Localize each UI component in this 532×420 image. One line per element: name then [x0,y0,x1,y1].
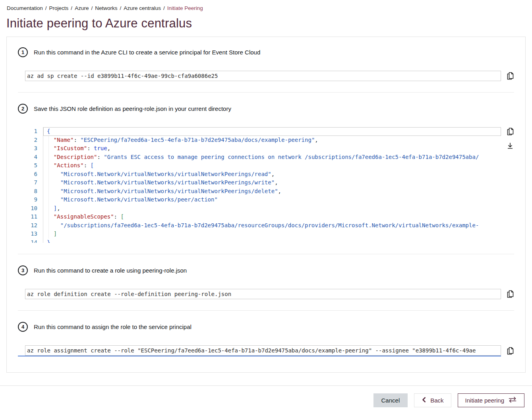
line-number: 1 [25,127,37,136]
copy-button[interactable] [506,346,514,355]
step-1-command-input[interactable] [25,71,501,81]
editor-actions [506,127,514,150]
code-line: } [43,238,501,243]
code-line: "Microsoft.Network/virtualNetworks/virtu… [43,178,501,187]
step-3-number-badge: 3 [18,265,28,275]
code-line: ], [43,204,501,213]
breadcrumb-separator: / [45,5,47,11]
step-1-instruction: Run this command in the Azure CLI to cre… [34,49,260,56]
back-button[interactable]: Back [414,393,451,407]
copy-icon [506,131,514,137]
line-number: 8 [25,187,37,196]
breadcrumb-link[interactable]: Networks [95,5,117,11]
line-number: 4 [25,153,37,162]
step-3-command-input[interactable] [25,289,501,299]
breadcrumb-current: Initiate Peering [167,5,203,11]
step-2-number-badge: 2 [18,104,28,114]
transfer-arrows-icon [508,397,517,404]
code-line: "Name": "ESCPeering/fa7eed6a-1ec5-4efa-b… [43,136,501,145]
code-line: "Microsoft.Network/virtualNetworks/peer/… [43,195,501,204]
focused-input-underline [18,345,501,356]
code-line: { [43,127,501,136]
breadcrumb-separator: / [91,5,93,11]
code-line: "/subscriptions/fa7eed6a-1ec5-4efa-b71a-… [43,221,501,230]
copy-button[interactable] [506,72,514,80]
download-button[interactable] [506,142,514,150]
breadcrumb-link[interactable]: Projects [49,5,69,11]
code-line: "Description": "Grants ESC access to man… [43,153,501,162]
cancel-button-label: Cancel [381,397,400,404]
step-1-number-badge: 1 [18,47,28,57]
line-number: 2 [25,136,37,145]
step-1-command-row [18,71,514,81]
code-area: { "Name": "ESCPeering/fa7eed6a-1ec5-4efa… [43,127,501,243]
step-3: 3 Run this command to create a role usin… [18,265,514,299]
code-line: ] [43,230,501,238]
line-number: 13 [25,230,37,238]
page-title: Initiate peering to Azure centralus [0,16,532,31]
copy-icon [506,350,514,356]
line-number: 3 [25,144,37,153]
breadcrumb-link[interactable]: Documentation [7,5,43,11]
breadcrumb-link[interactable]: Azure centralus [124,5,161,11]
wizard-card: 1 Run this command in the Azure CLI to c… [6,37,526,373]
code-line: "IsCustom": true, [43,144,501,153]
step-3-command-row [18,289,514,299]
step-2: 2 Save this JSON role definition as peer… [18,104,514,243]
step-2-header: 2 Save this JSON role definition as peer… [18,104,514,114]
breadcrumb: Documentation/Projects/Azure/Networks/Az… [0,0,532,11]
line-number: 5 [25,161,37,170]
step-1: 1 Run this command in the Azure CLI to c… [18,47,514,81]
initiate-peering-button-label: Initiate peering [465,397,504,404]
step-4-header: 4 Run this command to assign the role to… [18,322,514,332]
code-line: "Actions": [ [43,161,501,170]
code-line: "Microsoft.Network/virtualNetworks/virtu… [43,170,501,179]
divider [18,254,514,254]
code-line: "Microsoft.Network/virtualNetworks/virtu… [43,187,501,196]
wizard-footer: Cancel Back Initiate peering [0,386,532,407]
back-button-label: Back [430,397,443,404]
copy-button[interactable] [506,290,514,298]
copy-icon [506,294,514,300]
code-line: "AssignableScopes": [ [43,213,501,221]
breadcrumb-separator: / [71,5,72,11]
step-4-command-row [18,345,514,356]
line-number-gutter: 1234567891011121314 [25,127,43,243]
step-3-header: 3 Run this command to create a role usin… [18,265,514,275]
divider [18,92,514,93]
step-1-header: 1 Run this command in the Azure CLI to c… [18,47,514,57]
json-editor[interactable]: 1234567891011121314 { "Name": "ESCPeerin… [25,127,501,243]
cancel-button[interactable]: Cancel [373,393,408,407]
breadcrumb-separator: / [120,5,121,11]
copy-icon [506,75,514,81]
line-number: 6 [25,170,37,179]
line-number: 10 [25,204,37,213]
divider [18,310,514,311]
line-number: 14 [25,238,37,243]
line-number: 12 [25,221,37,230]
download-icon [506,145,514,151]
breadcrumb-link[interactable]: Azure [75,5,89,11]
line-number: 11 [25,213,37,221]
step-3-instruction: Run this command to create a role using … [34,267,187,274]
step-4-instruction: Run this command to assign the role to t… [34,323,192,330]
line-number: 9 [25,195,37,204]
step-2-instruction: Save this JSON role definition as peerin… [34,105,231,112]
copy-button[interactable] [506,127,514,136]
step-4-command-input[interactable] [25,345,501,356]
chevron-left-icon [422,397,426,404]
breadcrumb-separator: / [163,5,165,11]
step-4-number-badge: 4 [18,322,28,332]
line-number: 7 [25,178,37,187]
initiate-peering-button[interactable]: Initiate peering [458,393,524,407]
step-4: 4 Run this command to assign the role to… [18,322,514,356]
json-editor-row: 1234567891011121314 { "Name": "ESCPeerin… [18,127,514,243]
